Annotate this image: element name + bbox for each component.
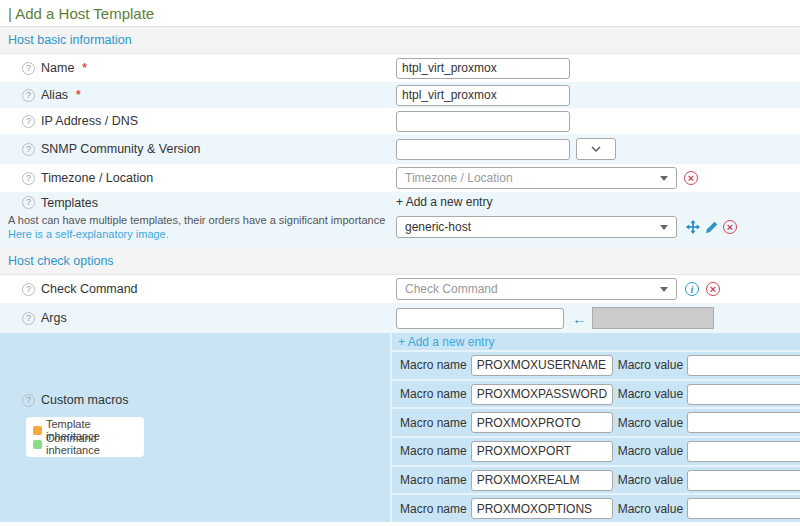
args-label-cell: ? Args — [0, 311, 390, 325]
form-row-snmp: ? SNMP Community & Version — [0, 134, 800, 164]
macro-row: Macro name Macro value P — [392, 379, 800, 408]
command-inheritance-swatch — [33, 440, 42, 449]
macro-row: Macro name Macro value P — [392, 465, 800, 494]
arrow-left-icon: ← — [572, 310, 587, 327]
check-command-placeholder: Check Command — [405, 282, 498, 296]
alias-input[interactable] — [396, 85, 570, 106]
custom-macros-section: ? Custom macros Template inheritance Com… — [0, 333, 800, 522]
check-command-label-cell: ? Check Command — [0, 282, 390, 296]
help-icon[interactable]: ? — [22, 62, 35, 75]
chevron-down-icon — [660, 176, 668, 181]
help-icon[interactable]: ? — [22, 394, 35, 407]
macro-value-input-3[interactable] — [687, 441, 800, 462]
macro-name-label: Macro name — [400, 358, 467, 372]
template-delete-icon[interactable]: × — [723, 220, 737, 234]
macro-value-label: Macro value — [618, 358, 683, 372]
macro-name-input-4[interactable] — [471, 470, 613, 491]
macro-name-input-1[interactable] — [471, 384, 613, 405]
section-title: Host check options — [8, 254, 114, 268]
macro-row: Macro name Macro value P — [392, 493, 800, 522]
snmp-label-cell: ? SNMP Community & Version — [0, 142, 390, 156]
section-header-basic: Host basic information — [0, 27, 800, 54]
templates-select[interactable]: generic-host — [396, 216, 677, 238]
legend-label: Command inheritance — [46, 432, 137, 456]
templates-label: Templates — [41, 196, 98, 210]
macro-name-label: Macro name — [400, 444, 467, 458]
args-label: Args — [41, 311, 67, 325]
templates-select-value: generic-host — [405, 220, 471, 234]
macro-value-input-1[interactable] — [687, 384, 800, 405]
templates-description: A host can have multiple templates, thei… — [8, 214, 390, 226]
macro-value-label: Macro value — [618, 416, 683, 430]
timezone-label: Timezone / Location — [41, 171, 153, 185]
macro-value-input-0[interactable] — [687, 355, 800, 376]
check-command-label: Check Command — [41, 282, 138, 296]
required-marker: * — [76, 88, 81, 102]
inheritance-legend: Template inheritance Command inheritance — [26, 417, 144, 457]
macro-name-input-5[interactable] — [471, 498, 613, 519]
snmp-community-input[interactable] — [396, 139, 570, 160]
form-row-templates: ? Templates A host can have multiple tem… — [0, 192, 800, 248]
template-inheritance-swatch — [33, 426, 42, 435]
macro-row: Macro name Macro value P — [392, 436, 800, 465]
name-label-cell: ? Name * — [0, 61, 390, 75]
help-icon[interactable]: ? — [22, 143, 35, 156]
timezone-label-cell: ? Timezone / Location — [0, 171, 390, 185]
help-icon[interactable]: ? — [22, 283, 35, 296]
macro-name-label: Macro name — [400, 502, 467, 516]
templates-add-entry-link[interactable]: + Add a new entry — [396, 195, 800, 211]
macro-value-input-2[interactable] — [687, 412, 800, 433]
macros-add-entry-link[interactable]: + Add a new entry — [392, 333, 800, 350]
macro-row: Macro name Macro value P — [392, 407, 800, 436]
custom-macros-label: Custom macros — [41, 393, 129, 407]
macro-value-label: Macro value — [618, 444, 683, 458]
args-disabled-field — [592, 307, 714, 329]
help-icon[interactable]: ? — [22, 172, 35, 185]
macro-value-input-4[interactable] — [687, 470, 800, 491]
legend-item-command: Command inheritance — [33, 437, 137, 451]
help-icon[interactable]: ? — [22, 115, 35, 128]
macro-name-input-2[interactable] — [471, 412, 613, 433]
check-command-info-icon[interactable]: i — [685, 282, 699, 296]
macro-row: Macro name Macro value P — [392, 350, 800, 379]
snmp-label: SNMP Community & Version — [41, 142, 201, 156]
snmp-version-select[interactable] — [576, 138, 616, 160]
check-command-select[interactable]: Check Command — [396, 278, 677, 300]
alias-label: Alias — [41, 88, 68, 102]
help-icon[interactable]: ? — [22, 196, 35, 209]
template-move-icon[interactable] — [686, 220, 700, 234]
page-title-bar: | Add a Host Template — [0, 0, 800, 27]
macro-name-input-0[interactable] — [471, 355, 613, 376]
macro-value-label: Macro value — [618, 387, 683, 401]
macro-value-input-5[interactable] — [687, 498, 800, 519]
check-command-clear-icon[interactable]: × — [706, 282, 720, 296]
timezone-clear-icon[interactable]: × — [684, 171, 698, 185]
alias-label-cell: ? Alias * — [0, 88, 390, 102]
required-marker: * — [82, 61, 87, 75]
form-row-ip: ? IP Address / DNS — [0, 108, 800, 134]
name-input[interactable] — [396, 58, 570, 79]
macro-name-label: Macro name — [400, 387, 467, 401]
help-icon[interactable]: ? — [22, 312, 35, 325]
form-row-args: ? Args ← — [0, 303, 800, 333]
templates-help-link[interactable]: Here is a self-explanatory image. — [8, 228, 169, 240]
section-header-check: Host check options — [0, 248, 800, 275]
form-row-check-command: ? Check Command Check Command i × — [0, 275, 800, 303]
macro-name-input-3[interactable] — [471, 441, 613, 462]
timezone-select[interactable]: Timezone / Location — [396, 167, 677, 189]
macro-value-label: Macro value — [618, 502, 683, 516]
ip-address-input[interactable] — [396, 111, 570, 132]
ip-label-cell: ? IP Address / DNS — [0, 114, 390, 128]
custom-macros-grid: + Add a new entry Macro name Macro value… — [390, 333, 800, 522]
help-icon[interactable]: ? — [22, 89, 35, 102]
form-row-name: ? Name * — [0, 54, 800, 82]
args-input[interactable] — [396, 308, 564, 329]
timezone-select-placeholder: Timezone / Location — [405, 171, 513, 185]
form-row-alias: ? Alias * — [0, 82, 800, 108]
form-row-timezone: ? Timezone / Location Timezone / Locatio… — [0, 164, 800, 192]
chevron-down-icon — [591, 146, 601, 152]
name-label: Name — [41, 61, 74, 75]
template-edit-icon[interactable] — [705, 221, 718, 234]
macro-name-label: Macro name — [400, 473, 467, 487]
ip-label: IP Address / DNS — [41, 114, 138, 128]
